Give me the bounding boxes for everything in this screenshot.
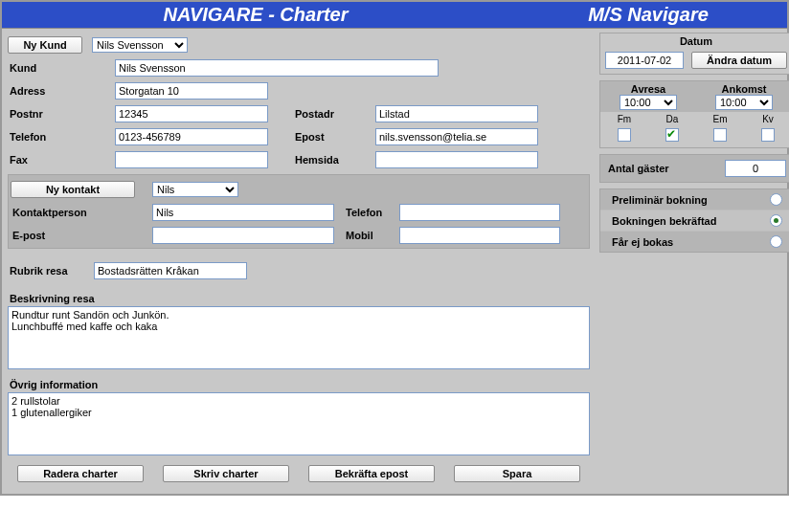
avresa-select[interactable]: 10:00: [620, 95, 677, 110]
title-right: M/S Navigare: [509, 2, 787, 28]
kv-checkbox[interactable]: [761, 128, 775, 142]
label-adress: Adress: [8, 85, 115, 97]
ankomst-select[interactable]: 10:00: [715, 95, 773, 110]
label-kund: Kund: [8, 62, 115, 74]
app-window: NAVIGARE - Charter M/S Navigare Ny Kund …: [0, 0, 789, 496]
time-panel: Avresa 10:00 Ankomst 10:00 Fm Da Em Kv: [599, 80, 789, 148]
label-ankomst: Ankomst: [696, 83, 789, 95]
new-contact-button[interactable]: Ny kontakt: [11, 181, 135, 198]
date-input[interactable]: [605, 52, 684, 69]
label-avresa: Avresa: [600, 83, 696, 95]
fm-checkbox[interactable]: [618, 128, 631, 142]
label-postnr: Postnr: [8, 108, 115, 120]
right-panel: Datum Ändra datum Avresa 10:00 Ankomst: [596, 29, 789, 494]
bekraftad-radio[interactable]: [770, 214, 782, 227]
da-checkbox[interactable]: [665, 128, 679, 142]
label-rubrik: Rubrik resa: [8, 265, 94, 277]
label-bekraftad: Bokningen bekräftad: [610, 215, 716, 227]
kepost-input[interactable]: [152, 227, 334, 244]
label-ktelefon: Telefon: [344, 207, 399, 218]
kmobil-input[interactable]: [399, 227, 560, 244]
kund-input[interactable]: [115, 59, 439, 77]
print-charter-button[interactable]: Skriv charter: [163, 465, 289, 482]
ejbokas-radio[interactable]: [770, 235, 782, 248]
ovrig-textarea[interactable]: [8, 392, 590, 455]
label-beskrivning: Beskrivning resa: [8, 291, 590, 306]
label-fax: Fax: [8, 154, 115, 166]
label-kontaktperson: Kontaktperson: [11, 207, 152, 218]
ktelefon-input[interactable]: [399, 204, 560, 221]
label-ejbokas: Får ej bokas: [610, 236, 673, 248]
kontaktperson-input[interactable]: [152, 204, 334, 221]
status-panel: Preliminär bokning Bokningen bekräftad F…: [599, 188, 789, 253]
adress-input[interactable]: [115, 82, 268, 100]
label-da: Da: [648, 112, 696, 126]
epost-input[interactable]: [375, 128, 538, 145]
rubrik-input[interactable]: [94, 262, 247, 279]
hemsida-input[interactable]: [375, 151, 538, 168]
label-kv: Kv: [744, 112, 789, 126]
fax-input[interactable]: [115, 151, 268, 168]
customer-select[interactable]: Nils Svensson: [92, 37, 188, 53]
label-hemsida: Hemsida: [293, 154, 375, 166]
label-postadr: Postadr: [293, 108, 375, 120]
telefon-input[interactable]: [115, 128, 268, 145]
change-date-button[interactable]: Ändra datum: [691, 52, 787, 69]
postnr-input[interactable]: [115, 105, 268, 122]
postadr-input[interactable]: [375, 105, 538, 122]
label-fm: Fm: [600, 112, 648, 126]
label-datum: Datum: [600, 33, 789, 49]
label-kmobil: Mobil: [344, 230, 399, 241]
beskrivning-textarea[interactable]: [8, 306, 590, 369]
save-button[interactable]: Spara: [454, 465, 580, 482]
prelim-radio[interactable]: [770, 193, 782, 206]
antal-gaster-input[interactable]: [725, 160, 786, 177]
label-em: Em: [696, 112, 744, 126]
label-prelim: Preliminär bokning: [610, 194, 708, 206]
date-panel: Datum Ändra datum: [599, 33, 789, 75]
new-customer-button[interactable]: Ny Kund: [8, 36, 82, 54]
label-epost: Epost: [293, 131, 375, 143]
label-kepost: E-post: [11, 230, 152, 241]
left-panel: Ny Kund Nils Svensson Kund Adress Postnr…: [2, 29, 596, 494]
delete-charter-button[interactable]: Radera charter: [17, 465, 144, 482]
em-checkbox[interactable]: [713, 128, 727, 142]
title-left: NAVIGARE - Charter: [2, 2, 509, 28]
label-antal-gaster: Antal gäster: [606, 163, 725, 174]
title-bar: NAVIGARE - Charter M/S Navigare: [2, 2, 787, 29]
label-ovrig: Övrig information: [8, 377, 590, 392]
contact-select[interactable]: Nils: [152, 182, 238, 197]
contact-block: Ny kontakt Nils Kontaktperson Telefon E-…: [8, 174, 590, 249]
label-telefon: Telefon: [8, 131, 115, 143]
guest-panel: Antal gäster: [599, 154, 789, 183]
confirm-email-button[interactable]: Bekräfta epost: [308, 465, 435, 482]
